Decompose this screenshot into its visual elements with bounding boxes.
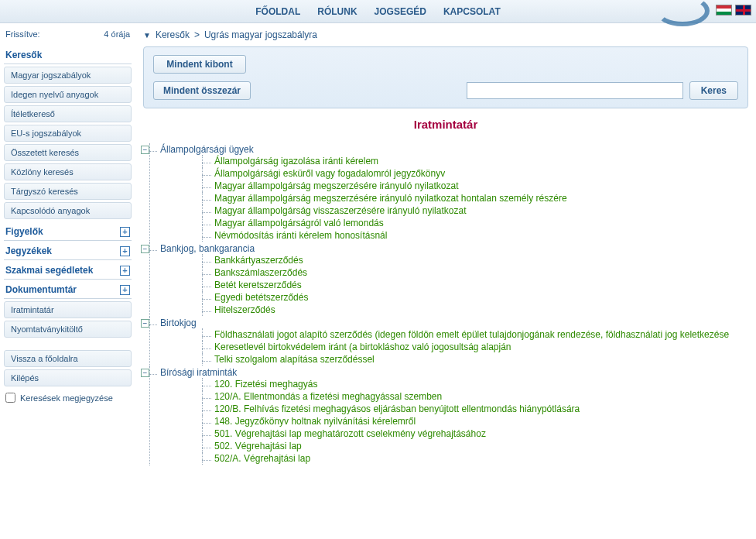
tree-leaf-link[interactable]: Magyar állampolgárság visszaszerzésére i… [214,205,466,216]
remember-searches-checkbox[interactable]: Keresések megjegyzése [4,393,132,403]
nav-home[interactable]: FŐOLDAL [255,6,300,17]
sidebar-item-hu-laws[interactable]: Magyar jogszabályok [4,67,132,84]
expand-icon[interactable]: + [120,285,130,295]
nav-about[interactable]: RÓLUNK [317,6,357,17]
tree-leaf: Állampolgárság igazolása iránti kérelem [191,155,748,167]
expand-all-button[interactable]: Mindent kibont [153,55,246,74]
sidebar-item-printfill[interactable]: Nyomtatványkitöltő [4,321,132,338]
sidebar-item-related[interactable]: Kapcsolódó anyagok [4,202,132,219]
tree-leaf-link[interactable]: Egyedi betétszerződés [214,292,308,303]
sidebar-item-eu[interactable]: EU-s jogszabályok [4,125,132,142]
tree-leaf: Magyar állampolgárságról való lemondás [191,217,748,229]
tree-leaf: Földhasználati jogot alapító szerződés (… [191,328,748,341]
tree-leaf: Telki szolgalom alapítása szerződéssel [191,353,748,366]
sidebar-item-forms[interactable]: Iratmintatár [4,301,132,318]
tree-leaf: Bankszámlaszerződés [191,266,748,279]
tree-leaf-link[interactable]: 120/A. Ellentmondás a fizetési meghagyás… [214,391,442,402]
tree-group: −Bankjog, bankgaranciaBankkártyaszerződé… [146,242,748,317]
tree-leaf-link[interactable]: Hitelszerződés [214,304,275,315]
tree-group-label[interactable]: Bankjog, bankgarancia [160,243,255,254]
tree-leaf-link[interactable]: Keresetlevél birtokvédelem iránt (a birt… [214,342,511,352]
tree-leaf: Keresetlevél birtokvédelem iránt (a birt… [191,341,748,353]
tree-leaf: Magyar állampolgárság megszerzésére irán… [191,180,748,192]
tree-leaf: Egyedi betétszerződés [191,291,748,304]
nav-contact[interactable]: KAPCSOLAT [443,6,501,17]
breadcrumb: ▼ Keresők > Ugrás magyar jogszabályra [143,28,748,46]
section-registers[interactable]: Jegyzékek + [4,241,132,260]
tree-leaf-link[interactable]: Magyar állampolgárság megszerzésére irán… [214,180,458,191]
tree-leaf-link[interactable]: Magyar állampolgárság megszerzésére irán… [214,193,567,204]
sidebar-item-back[interactable]: Vissza a főoldalra [4,350,132,367]
collapse-all-button[interactable]: Mindent összezár [153,81,251,100]
tree-toggle-icon[interactable]: − [141,369,149,377]
sidebar-item-composite[interactable]: Összetett keresés [4,144,132,161]
tree-leaf-link[interactable]: Bankkártyaszerződés [214,255,303,266]
tree-group: −Bírósági iratminták120. Fizetési meghag… [146,366,748,465]
breadcrumb-separator: > [194,29,200,40]
tree-leaf-link[interactable]: Telki szolgalom alapítása szerződéssel [214,354,375,365]
tree-leaf-link[interactable]: 501. Végrehajtási lap meghatározott csel… [214,428,486,439]
refresh-label: Frissítve: [5,29,40,39]
control-panel: Mindent kibont Mindent összezár Keres [143,46,748,108]
tree-leaf: Betét keretszerződés [191,279,748,291]
remember-searches-input[interactable] [5,393,15,403]
tree-leaf-link[interactable]: 502. Végrehajtási lap [214,441,302,451]
sidebar: Frissítve: 4 órája Keresők Magyar jogsza… [0,23,135,473]
section-watchers[interactable]: Figyelők + [4,221,132,241]
remember-searches-label: Keresések megjegyzése [20,393,113,403]
tree-leaf-link[interactable]: Állampolgársági esküről vagy fogadalomró… [214,168,445,179]
sidebar-item-verdict[interactable]: Ítéletkereső [4,105,132,122]
tree-leaf-link[interactable]: 120/B. Felhívás fizetési meghagyásos elj… [214,403,580,414]
section-watchers-label: Figyelők [5,226,43,237]
tree-toggle-icon[interactable]: − [141,319,149,328]
tree-leaf-link[interactable]: Betét keretszerződés [214,280,302,290]
breadcrumb-root[interactable]: Keresők [156,29,190,40]
tree-leaf: 120/A. Ellentmondás a fizetési meghagyás… [191,390,748,403]
tree-leaf-link[interactable]: Állampolgárság igazolása iránti kérelem [214,156,378,167]
tree-leaf-link[interactable]: Névmódosítás iránti kérelem honosításnál [214,230,387,241]
section-registers-label: Jegyzékek [5,245,52,256]
section-docs[interactable]: Dokumentumtár + [4,280,132,299]
refresh-status: Frissítve: 4 órája [4,26,132,45]
tree-group: −Állampolgársági ügyekÁllampolgárság iga… [146,143,748,242]
section-docs-label: Dokumentumtár [5,284,77,295]
page-title: Iratmintatár [143,118,748,131]
tree-leaf-link[interactable]: Földhasználati jogot alapító szerződés (… [214,329,729,340]
tree-group: −BirtokjogFöldhasználati jogot alapító s… [146,317,748,366]
search-input[interactable] [467,82,683,99]
tree-group-label[interactable]: Birtokjog [160,318,197,328]
tree-leaf: 502. Végrehajtási lap [191,440,748,452]
tree-leaf: 120/B. Felhívás fizetési meghagyásos elj… [191,403,748,415]
expand-icon[interactable]: + [120,227,130,237]
tree-leaf-link[interactable]: 148. Jegyzőkönyv holtnak nyilvánítási ké… [214,416,416,427]
tree-leaf: 501. Végrehajtási lap meghatározott csel… [191,427,748,440]
flag-uk-icon[interactable] [735,5,751,15]
expand-icon[interactable]: + [120,266,130,276]
tree-leaf-link[interactable]: Magyar állampolgárságról való lemondás [214,218,384,228]
search-button[interactable]: Keres [689,81,738,100]
tree-leaf-link[interactable]: 120. Fizetési meghagyás [214,379,317,390]
tree-toggle-icon[interactable]: − [141,146,149,154]
tree-group-label[interactable]: Állampolgársági ügyek [160,144,254,155]
top-nav-bar: FŐOLDAL RÓLUNK JOGSEGÉD KAPCSOLAT [0,0,756,23]
tree-leaf: Magyar állampolgárság visszaszerzésére i… [191,204,748,217]
tree-leaf: Magyar állampolgárság megszerzésére irán… [191,192,748,204]
tree-leaf-link[interactable]: Bankszámlaszerződés [214,267,307,278]
section-aids[interactable]: Szakmai segédletek + [4,260,132,280]
tree-toggle-icon[interactable]: − [141,245,149,253]
section-searchers-label: Keresők [5,50,42,60]
refresh-ago: 4 órája [104,29,130,39]
tree-leaf-link[interactable]: 502/A. Végrehajtási lap [214,453,310,464]
sidebar-item-subject[interactable]: Tárgyszó keresés [4,183,132,200]
nav-legal[interactable]: JOGSEGÉD [375,6,426,17]
section-aids-label: Szakmai segédletek [5,265,93,276]
tree-leaf: Névmódosítás iránti kérelem honosításnál [191,229,748,242]
document-tree: −Állampolgársági ügyekÁllampolgárság iga… [143,143,748,465]
expand-icon[interactable]: + [120,246,130,256]
sidebar-item-foreign[interactable]: Idegen nyelvű anyagok [4,86,132,103]
flag-hungary-icon[interactable] [716,5,732,15]
sidebar-item-gazette[interactable]: Közlöny keresés [4,163,132,180]
sidebar-item-exit[interactable]: Kilépés [4,369,132,386]
tree-group-label[interactable]: Bírósági iratminták [160,367,237,378]
chevron-down-icon: ▼ [143,31,151,39]
